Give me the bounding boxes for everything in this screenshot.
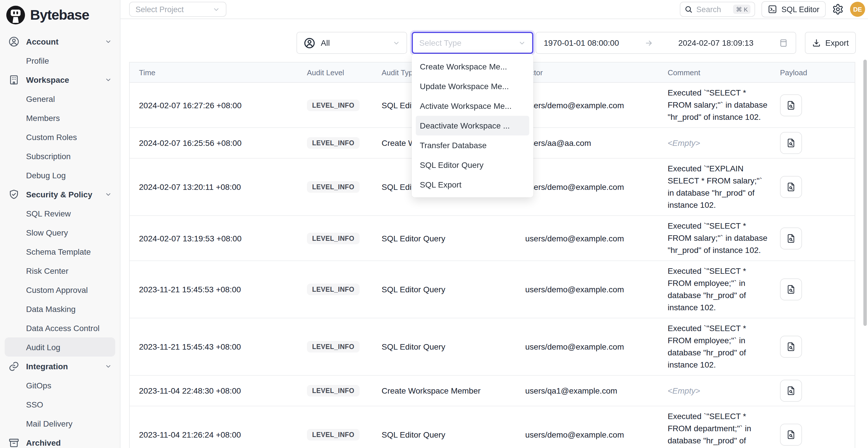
table-row: 2023-11-04 21:26:24 +08:00 LEVEL_INFO SQ… [130,406,855,448]
cell-comment: Executed `"SELECT * FROM employee;"` in … [668,265,780,314]
cell-comment: Executed `"EXPLAIN SELECT * FROM salary;… [668,163,780,211]
cell-time: 2023-11-21 15:45:43 +08:00 [130,342,307,351]
archive-icon [8,437,20,448]
cell-payload [780,336,855,358]
building-icon [8,74,20,85]
payload-view-button[interactable] [780,94,802,116]
menu-item-sql-editor-query[interactable]: SQL Editor Query [412,155,533,175]
sidebar-item-subscription[interactable]: Subscription [5,147,115,165]
cell-audit-level: LEVEL_INFO [307,341,381,352]
sidebar-item-label: Slow Query [26,228,68,237]
sidebar-nav: Account Profile Workspace General Member… [0,32,120,448]
payload-view-button[interactable] [780,424,802,446]
menu-item-transfer-database[interactable]: Transfer Database [412,135,533,155]
vertical-scrollbar-thumb[interactable] [863,60,867,326]
level-badge: LEVEL_INFO [307,137,360,149]
payload-view-button[interactable] [780,380,802,402]
sql-editor-label: SQL Editor [781,5,819,13]
cell-audit-level: LEVEL_INFO [307,232,381,244]
sidebar-item-custom-roles[interactable]: Custom Roles [5,127,115,147]
sidebar-item-debug-log[interactable]: Debug Log [5,165,115,185]
sidebar-item-label: Security & Policy [26,190,92,199]
chevron-down-icon [213,5,220,13]
menu-item-create-workspace-me[interactable]: Create Workspace Me... [412,57,533,76]
payload-view-button[interactable] [780,279,802,300]
cell-time: 2023-11-04 22:48:30 +08:00 [130,386,307,395]
export-button[interactable]: Export [805,32,856,54]
column-header-payload: Payload [780,68,855,77]
payload-view-button[interactable] [780,336,802,358]
sidebar-item-audit-log[interactable]: Audit Log [5,338,115,357]
cell-audit-type: SQL Editor Query [381,342,525,351]
sidebar-item-security-policy[interactable]: Security & Policy [5,185,115,204]
menu-item-deactivate-workspace[interactable]: Deactivate Workspace ... [416,116,529,135]
sidebar-item-members[interactable]: Members [5,108,115,127]
screen: Bytebase Account Profile Workspace Gener… [0,0,868,448]
brand-logo[interactable]: Bytebase [0,0,120,28]
payload-view-button[interactable] [780,227,802,249]
search-input[interactable]: Search ⌘ K [680,2,755,17]
sidebar-item-sso[interactable]: SSO [5,395,115,414]
topbar: Select Project Search ⌘ K SQL Editor [120,0,868,19]
sidebar-item-slow-query[interactable]: Slow Query [5,223,115,242]
chevron-down-icon [105,191,112,198]
project-select[interactable]: Select Project [129,2,226,17]
cell-audit-type: SQL Editor Query [381,285,525,294]
search-placeholder: Search [696,5,721,13]
menu-item-sql-export[interactable]: SQL Export [412,175,533,194]
sql-editor-button[interactable]: SQL Editor [762,1,826,18]
cell-audit-level: LEVEL_INFO [307,385,381,396]
sidebar-item-profile[interactable]: Profile [5,51,115,70]
payload-view-button[interactable] [780,132,802,154]
date-range-picker[interactable]: 1970-01-01 08:00:00 2024-02-07 18:09:13 [536,32,796,54]
sidebar-item-data-access-control[interactable]: Data Access Control [5,318,115,338]
table-row: 2023-11-21 15:45:53 +08:00 LEVEL_INFO SQ… [130,261,855,318]
cell-comment: Executed `"SELECT * FROM salary;"` in da… [668,87,780,123]
sidebar-item-custom-approval[interactable]: Custom Approval [5,280,115,299]
sidebar-item-label: GitOps [26,381,51,390]
cell-payload [780,132,855,154]
sidebar-item-workspace[interactable]: Workspace [5,70,115,89]
column-header-audit-level: Audit Level [307,68,381,77]
payload-view-button[interactable] [780,176,802,198]
level-badge: LEVEL_INFO [307,284,360,295]
sidebar-item-gitops[interactable]: GitOps [5,376,115,395]
file-search-icon [786,233,796,244]
type-filter-select[interactable]: Select Type [412,32,533,54]
user-avatar[interactable]: DE [850,2,865,17]
sidebar-item-mail-delivery[interactable]: Mail Delivery [5,414,115,433]
table-row: 2023-11-04 22:48:30 +08:00 LEVEL_INFO Cr… [130,376,855,406]
file-search-icon [786,182,796,192]
sidebar-item-archived[interactable]: Archived [5,433,115,448]
cell-audit-level: LEVEL_INFO [307,429,381,441]
sidebar-item-data-masking[interactable]: Data Masking [5,299,115,318]
cell-audit-type: SQL Editor Query [381,233,525,243]
file-search-icon [786,100,796,110]
project-select-label: Select Project [135,5,184,13]
sidebar-item-label: Account [26,37,59,46]
menu-item-activate-workspace-me[interactable]: Activate Workspace Me... [412,96,533,116]
cell-payload [780,227,855,249]
file-search-icon [786,284,796,295]
settings-gear-icon[interactable] [832,3,844,15]
cell-payload [780,380,855,402]
actor-filter-select[interactable]: All [297,32,407,54]
chevron-down-icon [393,39,400,46]
sidebar-item-risk-center[interactable]: Risk Center [5,261,115,280]
brand-name: Bytebase [30,7,89,23]
cell-actor: users/aa@aa.com [525,138,668,148]
chevron-down-icon [105,363,112,370]
level-badge: LEVEL_INFO [307,232,360,244]
sidebar-item-label: Workspace [26,75,69,84]
sidebar-item-integration[interactable]: Integration [5,357,115,376]
column-header-time: Time [130,68,307,77]
sidebar-item-schema-template[interactable]: Schema Template [5,242,115,261]
cell-actor: users/demo@example.com [525,430,668,439]
sidebar-item-label: Data Access Control [26,323,100,332]
sidebar-item-label: Audit Log [26,342,60,352]
menu-item-update-workspace-me[interactable]: Update Workspace Me... [412,76,533,96]
sidebar-item-sql-review[interactable]: SQL Review [5,204,115,223]
sidebar-item-general[interactable]: General [5,89,115,108]
sidebar-item-account[interactable]: Account [5,32,115,51]
bytebase-logo-icon [6,5,26,25]
